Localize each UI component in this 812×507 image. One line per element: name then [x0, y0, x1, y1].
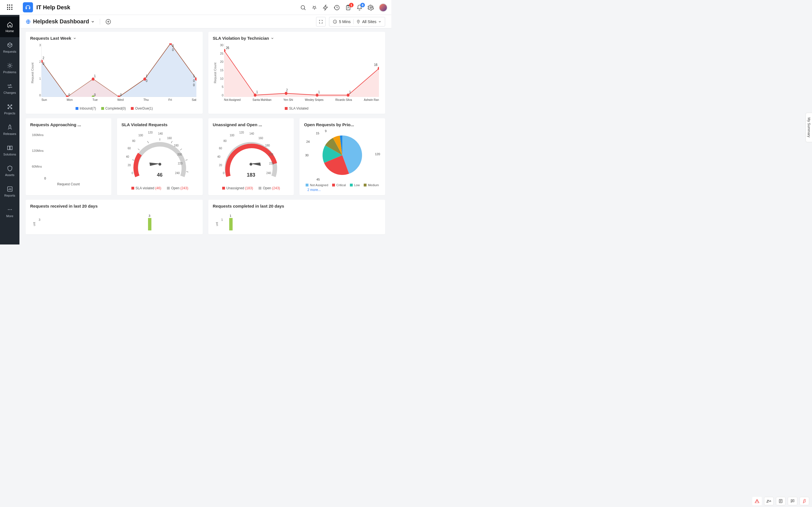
svg-point-50 — [347, 94, 349, 97]
card-title: SLA Violated Requests — [121, 122, 198, 127]
x-axis: Not AssignedSanta MahibanYen ShiWesley S… — [224, 98, 379, 101]
clipboard-icon[interactable]: 1 — [345, 4, 351, 11]
gauge-legend: Unassigned (183) Open (243) — [213, 186, 290, 190]
location-icon — [356, 20, 360, 24]
svg-line-63 — [147, 141, 149, 143]
sidebar-item-requests[interactable]: Requests — [0, 37, 19, 58]
site-filter[interactable]: All Sites — [356, 19, 382, 24]
sidebar-item-more[interactable]: More — [0, 202, 19, 222]
chart-received: 3 3 unt — [30, 214, 198, 231]
sidebar-item-changes[interactable]: Changes — [0, 78, 19, 99]
gear-icon[interactable] — [368, 4, 374, 11]
sidebar-label-problems: Problems — [3, 70, 16, 74]
pin-icon[interactable] — [311, 4, 317, 11]
svg-text:0: 0 — [172, 48, 174, 52]
sidebar-label-changes: Changes — [3, 91, 16, 94]
sidebar-label-solutions: Solutions — [3, 153, 16, 156]
app-title: IT Help Desk — [36, 4, 70, 11]
chevron-down-icon — [73, 37, 77, 40]
gauge-unassigned: 020406080100120140160180200220240 183 — [213, 127, 290, 186]
svg-text:2: 2 — [43, 56, 44, 60]
chart-approaching: 180Mins 120Mins 60Mins 0 Request Count — [30, 127, 107, 186]
filter-group: 5 Mins All Sites — [329, 17, 385, 26]
svg-text:2: 2 — [286, 88, 288, 92]
bell-icon[interactable]: 8 — [356, 4, 363, 11]
sidebar-item-problems[interactable]: Problems — [0, 58, 19, 78]
svg-point-12 — [11, 209, 12, 210]
y-ticks: 3210 — [36, 43, 41, 97]
svg-text:1: 1 — [94, 74, 96, 78]
bolt-icon[interactable] — [322, 4, 329, 11]
svg-text:0: 0 — [146, 79, 147, 83]
svg-text:1: 1 — [349, 90, 351, 94]
svg-point-48 — [285, 92, 287, 95]
sidebar-item-home[interactable]: Home — [0, 17, 19, 37]
svg-text:0: 0 — [120, 93, 122, 97]
svg-marker-68 — [251, 163, 261, 166]
card-unassigned-gauge: Unassigned and Open ... 0204060801001201… — [208, 118, 294, 195]
topbar-actions: 1 8 — [300, 0, 388, 15]
y-axis-label: Request Count — [213, 62, 217, 83]
card-completed-20d: Requests completed in last 20 days 1 1 u… — [208, 200, 386, 234]
sidebar-item-reports[interactable]: Reports — [0, 181, 19, 202]
card-open-by-priority: Open Requests by Prio... 120 45 30 24 — [299, 118, 385, 195]
chevron-down-icon — [271, 37, 274, 40]
card-requests-last-week: Requests Last Week Request Count 3210 20… — [26, 32, 203, 114]
app-grid-icon — [7, 4, 13, 10]
card-title: Requests Approaching ... — [30, 122, 107, 127]
card-title-selector[interactable]: SLA Violation by Technician — [213, 36, 381, 41]
sidebar-item-projects[interactable]: Projects — [0, 99, 19, 119]
svg-text:0: 0 — [43, 62, 44, 65]
clipboard-badge: 1 — [349, 3, 354, 7]
dashboard-title-selector[interactable]: Helpdesk Dashboard — [33, 18, 95, 25]
svg-marker-45 — [224, 50, 379, 97]
history-icon[interactable] — [334, 4, 340, 11]
gauge-value: 183 — [247, 172, 255, 178]
add-dashboard-button[interactable] — [105, 18, 111, 25]
sidebar-label-releases: Releases — [3, 132, 16, 135]
svg-text:1: 1 — [146, 74, 147, 78]
svg-point-67 — [158, 163, 161, 166]
sidebar-item-assets[interactable]: Assets — [0, 161, 19, 181]
search-icon[interactable] — [300, 4, 306, 11]
card-title: Unassigned and Open ... — [213, 122, 290, 127]
pie-legend-more[interactable]: 2 more... — [304, 188, 380, 192]
avatar[interactable] — [379, 3, 388, 12]
card-title: Open Requests by Prio... — [304, 122, 380, 127]
globe-icon — [26, 19, 31, 24]
card-received-20d: Requests received in last 20 days 3 3 un… — [26, 200, 203, 234]
sidebar-label-home: Home — [6, 29, 14, 33]
gauge-value: 46 — [157, 172, 163, 178]
bell-badge: 8 — [360, 3, 365, 7]
chart-legend: SLA Violated — [213, 107, 381, 110]
sidebar-item-releases[interactable]: Releases — [0, 119, 19, 140]
svg-text:1: 1 — [256, 90, 258, 94]
chart-requests-last-week: Request Count 3210 20 0 10 0 10 300 — [30, 41, 198, 105]
chart-completed: 1 1 unt — [213, 214, 381, 231]
svg-point-16 — [358, 20, 359, 21]
chevron-down-icon — [378, 20, 382, 23]
svg-point-10 — [8, 209, 9, 210]
app-launcher[interactable] — [0, 0, 19, 15]
app-logo — [23, 2, 33, 12]
svg-text:1: 1 — [193, 74, 195, 78]
svg-line-65 — [132, 160, 134, 160]
svg-text:0: 0 — [94, 93, 96, 97]
refresh-interval[interactable]: 5 Mins — [333, 19, 350, 24]
card-title: Requests received in last 20 days — [30, 204, 198, 209]
sidenav: Home Requests Problems Changes Projects … — [0, 15, 19, 244]
svg-text:1: 1 — [318, 90, 320, 94]
svg-point-47 — [253, 94, 256, 97]
card-title-selector[interactable]: Requests Last Week — [30, 36, 198, 41]
card-requests-approaching: Requests Approaching ... 180Mins 120Mins… — [26, 118, 111, 195]
divider — [100, 19, 100, 24]
svg-point-46 — [224, 49, 225, 52]
svg-text:16: 16 — [374, 63, 377, 67]
sidebar-label-more: More — [6, 214, 13, 218]
gauge-sla: 020406080100120140160180200220240 46 — [121, 127, 198, 186]
fullscreen-button[interactable] — [316, 17, 326, 26]
sidebar-label-requests: Requests — [3, 50, 16, 53]
pie-chart: 120 45 30 24 15 9 — [304, 127, 380, 183]
sidebar-item-solutions[interactable]: Solutions — [0, 140, 19, 161]
svg-text:0: 0 — [193, 79, 195, 83]
